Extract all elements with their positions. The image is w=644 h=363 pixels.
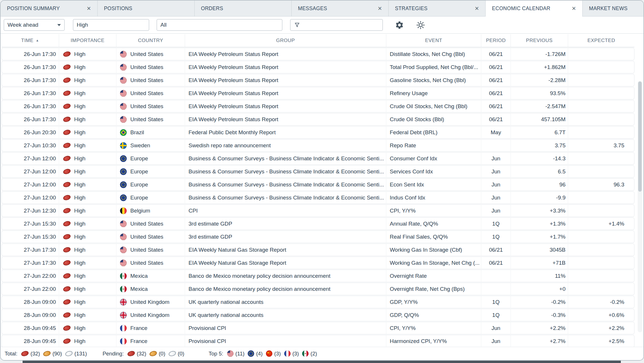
table-row[interactable]: 26-Jun 17:30HighUnited StatesEIA Weekly …	[1, 74, 634, 86]
tab-close-icon[interactable]: ×	[572, 5, 576, 12]
table-row[interactable]: 27-Jun 10:30HighSwedenSwedish repo rate …	[1, 139, 634, 152]
tab-position-summary[interactable]: POSITION SUMMARY×	[1, 1, 98, 16]
cell-expected	[568, 126, 634, 139]
cell-group: Provisional CPI	[185, 335, 386, 347]
column-header-event[interactable]: EVENT	[386, 34, 481, 47]
vertical-scrollbar[interactable]	[638, 81, 642, 332]
table-row[interactable]: 27-Jun 12:30HighBelgiumCPICPI, Y/Y%Jun+3…	[1, 204, 634, 217]
cell-expected: 96.3	[568, 178, 634, 191]
cell-importance: High	[59, 152, 116, 165]
cell-importance: High	[59, 48, 116, 60]
column-header-period[interactable]: PERIOD	[481, 34, 511, 47]
tab-close-icon[interactable]: ×	[87, 5, 91, 12]
table-row[interactable]: 28-Jun 09:00HighUnited KingdomUK quarter…	[1, 296, 634, 308]
date-range-value: Week ahead	[8, 22, 38, 28]
table-row[interactable]: 26-Jun 17:30HighUnited StatesEIA Weekly …	[1, 113, 634, 126]
tab-close-icon[interactable]: ×	[475, 5, 479, 12]
table-row[interactable]: 26-Jun 17:30HighUnited StatesEIA Weekly …	[1, 100, 634, 112]
cell-event: GDP, Y/Y%	[386, 296, 481, 308]
status-count: (11)	[235, 351, 245, 357]
importance-label: High	[74, 286, 85, 292]
tab-label: POSITION SUMMARY	[7, 6, 60, 12]
table-row[interactable]: 27-Jun 17:30HighUnited StatesEIA Weekly …	[1, 257, 634, 269]
table-row[interactable]: 28-Jun 09:45HighFranceProvisional CPIHar…	[1, 335, 634, 347]
cell-expected	[568, 48, 634, 60]
tab-close-icon[interactable]: ×	[378, 5, 382, 12]
cell-event: CPI, Y/Y%	[386, 204, 481, 217]
tab-orders[interactable]: ORDERS	[195, 1, 292, 16]
header-row: TIME▲IMPORTANCECOUNTRYGROUPEVENTPERIODPR…	[1, 34, 634, 47]
cell-importance: High	[59, 178, 116, 191]
table-row[interactable]: 28-Jun 09:00HighUnited KingdomUK quarter…	[1, 309, 634, 321]
cell-previous: +2.2%	[511, 322, 568, 334]
table-row[interactable]: 27-Jun 12:00HighEuropeBusiness & Consume…	[1, 178, 634, 191]
importance-label: High	[74, 90, 85, 97]
cell-time: 27-Jun 12:30	[1, 204, 59, 217]
cell-group: UK quarterly national accounts	[185, 309, 386, 321]
cell-event: GDP, Q/Q%	[386, 309, 481, 321]
cell-importance: High	[59, 230, 116, 243]
country-label: Europe	[130, 155, 148, 162]
cell-group: Business & Consumer Surveys - Business C…	[185, 165, 386, 178]
cell-previous: -0.2%	[511, 296, 568, 308]
settings-button[interactable]	[395, 21, 404, 30]
text-filter-input[interactable]	[303, 22, 379, 28]
importance-high-icon	[63, 129, 71, 136]
tab-economic-calendar[interactable]: ECONOMIC CALENDAR×	[486, 1, 583, 16]
status-item: (131)	[65, 351, 87, 357]
country-filter-input[interactable]	[160, 22, 279, 28]
status-count: (32)	[137, 351, 146, 357]
table-row[interactable]: 27-Jun 15:30HighUnited States3rd estimat…	[1, 217, 634, 230]
scrollbar-thumb[interactable]	[638, 81, 642, 192]
column-header-previous[interactable]: PREVIOUS	[511, 34, 568, 47]
table-row[interactable]: 27-Jun 12:00HighEuropeBusiness & Consume…	[1, 165, 634, 178]
date-range-select[interactable]: Week ahead	[4, 19, 65, 31]
table-row[interactable]: 27-Jun 12:00HighEuropeBusiness & Consume…	[1, 152, 634, 165]
cell-period: 06/21	[481, 74, 511, 86]
tab-strategies[interactable]: STRATEGIES×	[389, 1, 486, 16]
cell-expected	[568, 165, 634, 178]
cell-event: Annual Rate, Q/Q%	[386, 217, 481, 230]
cell-importance: High	[59, 126, 116, 139]
table-row[interactable]: 26-Jun 20:30HighBrazilFederal Public Deb…	[1, 126, 634, 139]
flag-br-icon	[120, 129, 127, 136]
column-header-country[interactable]: COUNTRY	[116, 34, 185, 47]
column-header-group[interactable]: GROUP	[185, 34, 386, 47]
cell-importance: High	[59, 191, 116, 204]
theme-brightness-button[interactable]	[416, 21, 425, 30]
cell-group: Banco de Mexico monetary policy decision…	[185, 283, 386, 295]
column-header-importance[interactable]: IMPORTANCE	[59, 34, 116, 47]
cell-previous: +2.7%	[511, 335, 568, 347]
cell-period: 06/21	[481, 100, 511, 112]
importance-label: High	[74, 155, 85, 162]
cell-expected	[568, 152, 634, 165]
cell-group: EIA Weekly Petroleum Status Report	[185, 100, 386, 112]
importance-high-icon	[63, 90, 71, 97]
table-row[interactable]: 28-Jun 09:45HighFranceProvisional CPICPI…	[1, 322, 634, 334]
table-row[interactable]: 26-Jun 17:30HighUnited StatesEIA Weekly …	[1, 48, 634, 60]
status-group-label: Total:	[5, 351, 17, 357]
cell-country: United States	[116, 113, 185, 126]
flag-us-icon	[120, 103, 127, 110]
cell-importance: High	[59, 335, 116, 347]
table-row[interactable]: 27-Jun 17:30HighUnited StatesEIA Weekly …	[1, 244, 634, 256]
cell-previous: 11%	[511, 270, 568, 282]
tab-market-news[interactable]: MARKET NEWS	[583, 1, 644, 16]
tab-messages[interactable]: MESSAGES×	[292, 1, 389, 16]
importance-filter-input[interactable]	[77, 22, 145, 28]
importance-high-icon	[63, 63, 71, 70]
table-row[interactable]: 27-Jun 15:30HighUnited States3rd estimat…	[1, 230, 634, 243]
table-row[interactable]: 27-Jun 22:00HighMexicaBanco de Mexico mo…	[1, 270, 634, 282]
table-row[interactable]: 27-Jun 12:00HighEuropeBusiness & Consume…	[1, 191, 634, 204]
status-count: (3)	[274, 351, 281, 357]
cell-expected: -0.2%	[568, 296, 634, 308]
cell-time: 27-Jun 12:00	[1, 178, 59, 191]
table-row[interactable]: 26-Jun 17:30HighUnited StatesEIA Weekly …	[1, 87, 634, 99]
flag-us-icon	[120, 64, 127, 71]
cell-time: 26-Jun 17:30	[1, 48, 59, 60]
table-row[interactable]: 27-Jun 22:00HighMexicaBanco de Mexico mo…	[1, 283, 634, 295]
column-header-expected[interactable]: EXPECTED	[568, 34, 634, 47]
tab-positions[interactable]: POSITIONS	[98, 1, 195, 16]
column-header-time[interactable]: TIME▲	[1, 34, 59, 47]
table-row[interactable]: 26-Jun 17:30HighUnited StatesEIA Weekly …	[1, 61, 634, 73]
